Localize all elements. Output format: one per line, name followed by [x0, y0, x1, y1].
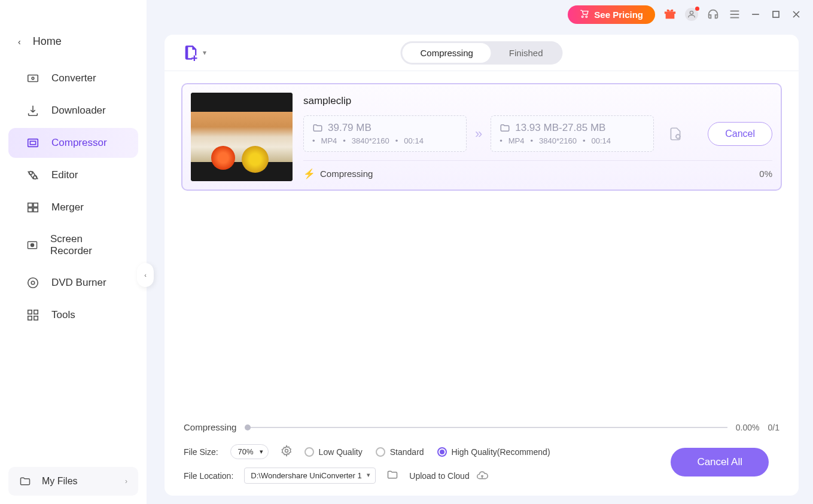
svg-rect-2 — [28, 139, 38, 147]
source-format: MP4 — [321, 136, 337, 145]
user-avatar-icon[interactable] — [685, 8, 698, 21]
add-file-button[interactable]: ▾ — [182, 44, 206, 61]
progress-track — [245, 427, 727, 428]
sidebar-item-compressor[interactable]: Compressor — [8, 128, 138, 158]
bottom-bar: Compressing 0.00% 0/1 File Size: 70% Low… — [165, 422, 799, 496]
svg-rect-16 — [28, 316, 32, 320]
overall-progress: Compressing 0.00% 0/1 — [184, 422, 779, 432]
sidebar-item-label: Compressor — [51, 137, 107, 149]
svg-rect-3 — [30, 141, 35, 145]
video-thumbnail[interactable] — [191, 93, 293, 181]
arrow-right-icon: » — [475, 126, 482, 142]
task-card: sampleclip 39.79 MB •MP4 •3840*2160 •00:… — [181, 83, 782, 191]
source-duration: 00:14 — [404, 136, 424, 145]
svg-rect-7 — [34, 203, 38, 207]
sidebar-item-label: Tools — [51, 309, 75, 321]
gift-icon[interactable] — [663, 8, 677, 21]
svg-rect-0 — [28, 75, 38, 82]
svg-rect-21 — [773, 11, 779, 17]
folder-icon — [19, 475, 31, 487]
titlebar: See Pricing — [147, 2, 813, 26]
svg-point-11 — [31, 243, 34, 246]
source-info-box: 39.79 MB •MP4 •3840*2160 •00:14 — [303, 115, 467, 152]
sidebar-item-dvdburner[interactable]: DVD Burner — [8, 268, 138, 298]
task-cancel-button[interactable]: Cancel — [708, 122, 772, 146]
svg-point-23 — [285, 449, 288, 452]
screenrecorder-icon — [26, 239, 38, 252]
advanced-settings-button[interactable] — [281, 445, 293, 459]
dvd-icon — [26, 276, 39, 289]
filesize-label: File Size: — [184, 447, 218, 457]
filesize-select[interactable]: 70% — [230, 444, 269, 459]
converter-icon — [26, 72, 39, 85]
sidebar-item-label: Editor — [51, 169, 78, 181]
svg-rect-14 — [28, 310, 32, 314]
svg-rect-18 — [666, 13, 675, 19]
chevron-down-icon: ▾ — [203, 48, 206, 57]
svg-point-20 — [690, 11, 693, 14]
see-pricing-button[interactable]: See Pricing — [568, 5, 655, 24]
chevron-left-icon: ‹ — [18, 37, 21, 47]
home-label: Home — [33, 35, 62, 48]
sidebar-item-tools[interactable]: Tools — [8, 300, 138, 330]
cart-icon — [580, 10, 589, 19]
progress-label: Compressing — [184, 422, 236, 432]
open-folder-button[interactable] — [386, 469, 398, 483]
quality-low-radio[interactable]: Low Quality — [305, 447, 363, 457]
sidebar-item-merger[interactable]: Merger — [8, 193, 138, 222]
sidebar-item-label: Merger — [51, 201, 84, 213]
task-list: sampleclip 39.79 MB •MP4 •3840*2160 •00:… — [165, 71, 799, 422]
sidebar-home[interactable]: ‹ Home — [0, 27, 147, 56]
progress-count: 0/1 — [768, 423, 779, 432]
location-label: File Location: — [184, 471, 233, 481]
file-location-select[interactable]: D:\Wondershare UniConverter 1 — [244, 468, 376, 484]
tab-finished[interactable]: Finished — [491, 43, 561, 63]
sidebar-item-converter[interactable]: Converter — [8, 63, 138, 93]
add-file-icon — [182, 44, 199, 61]
window-minimize-button[interactable] — [750, 8, 762, 20]
svg-point-22 — [676, 135, 680, 139]
bolt-icon: ⚡ — [303, 168, 315, 179]
task-settings-button[interactable] — [662, 126, 689, 142]
progress-percent: 0.00% — [736, 423, 760, 432]
target-resolution: 3840*2160 — [539, 136, 577, 145]
svg-point-1 — [32, 77, 34, 80]
content-card: ▾ Compressing Finished sampleclip — [165, 35, 799, 496]
target-duration: 00:14 — [592, 136, 611, 145]
svg-point-13 — [31, 281, 35, 285]
merger-icon — [26, 201, 39, 214]
tab-compressing[interactable]: Compressing — [402, 43, 491, 63]
quality-standard-radio[interactable]: Standard — [376, 447, 424, 457]
target-size: 13.93 MB-27.85 MB — [515, 122, 605, 134]
svg-rect-15 — [34, 310, 38, 314]
upload-to-cloud-toggle[interactable]: Upload to Cloud — [409, 469, 488, 482]
sidebar-collapse-handle[interactable]: ‹ — [137, 263, 154, 287]
sidebar-myfiles[interactable]: My Files › — [8, 467, 138, 496]
window-close-button[interactable] — [790, 8, 802, 20]
task-title: sampleclip — [303, 95, 772, 107]
tab-group: Compressing Finished — [400, 41, 562, 65]
quality-high-radio[interactable]: High Quality(Recommend) — [437, 447, 550, 457]
sidebar: ‹ Home Converter Downloader Compressor E… — [0, 0, 147, 504]
svg-rect-8 — [28, 208, 32, 212]
window-maximize-button[interactable] — [770, 8, 782, 20]
source-size: 39.79 MB — [328, 122, 372, 134]
sidebar-item-label: Screen Recorder — [50, 233, 120, 257]
sidebar-item-label: DVD Burner — [51, 277, 106, 289]
folder-icon — [500, 123, 510, 133]
tools-icon — [26, 308, 39, 322]
cloud-icon — [476, 469, 489, 482]
svg-rect-19 — [665, 11, 675, 14]
editor-icon — [26, 169, 39, 182]
sidebar-item-editor[interactable]: Editor — [8, 160, 138, 190]
headset-icon[interactable] — [707, 8, 720, 21]
menu-icon[interactable] — [728, 8, 741, 21]
card-header: ▾ Compressing Finished — [165, 35, 799, 71]
target-info-box: 13.93 MB-27.85 MB •MP4 •3840*2160 •00:14 — [491, 115, 654, 152]
sidebar-item-downloader[interactable]: Downloader — [8, 96, 138, 126]
svg-rect-17 — [34, 316, 38, 320]
cancel-all-button[interactable]: Cancel All — [671, 448, 769, 476]
sidebar-item-screenrecorder[interactable]: Screen Recorder — [8, 225, 138, 265]
task-status-text: Compressing — [320, 169, 373, 179]
sidebar-item-label: Converter — [51, 72, 96, 84]
